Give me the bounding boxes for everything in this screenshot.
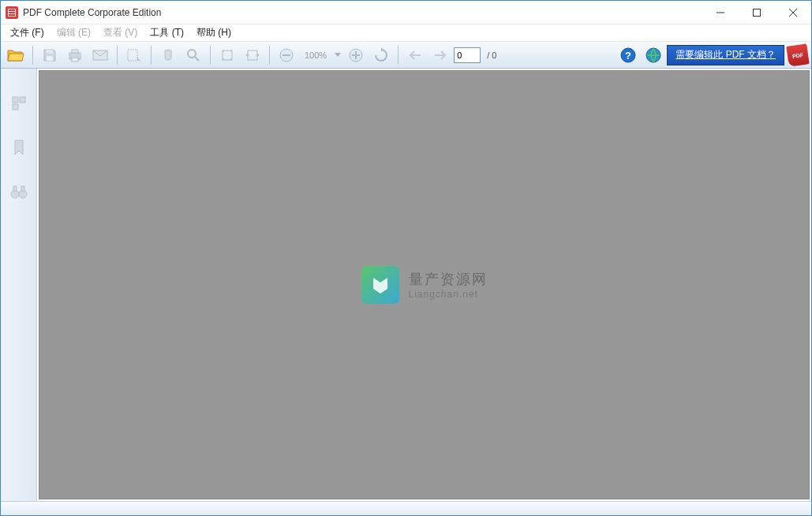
close-button[interactable] <box>775 1 811 24</box>
titlebar: PDF Complete Corporate Edition <box>1 1 811 24</box>
arrow-right-icon <box>433 50 447 61</box>
svg-text:?: ? <box>625 50 631 62</box>
save-icon <box>43 48 57 62</box>
binoculars-icon <box>10 184 28 200</box>
watermark: 量产资源网 Liangchan.net <box>361 266 488 304</box>
thumbnails-icon <box>11 95 27 111</box>
globe-icon <box>645 47 661 63</box>
select-tool-button <box>122 44 146 66</box>
separator <box>210 46 211 65</box>
fit-page-icon <box>220 48 234 62</box>
open-button[interactable] <box>4 44 28 66</box>
zoom-out-button <box>275 44 298 66</box>
svg-rect-11 <box>72 50 78 53</box>
minimize-button[interactable] <box>702 1 739 24</box>
magnify-icon <box>186 48 200 62</box>
window-title: PDF Complete Corporate Edition <box>23 7 702 18</box>
svg-rect-33 <box>21 186 24 191</box>
separator <box>151 46 152 65</box>
document-viewport[interactable]: 量产资源网 Liangchan.net <box>39 70 810 499</box>
toolbar: 100% / 0 ? 需要编辑此 PDF 文档？ PDF <box>1 42 811 69</box>
separator <box>117 46 118 65</box>
svg-rect-29 <box>13 104 18 110</box>
zoom-in-button <box>344 44 368 66</box>
next-page-button <box>428 44 452 66</box>
svg-rect-12 <box>72 58 78 62</box>
web-button[interactable] <box>642 44 665 66</box>
print-icon <box>67 48 83 62</box>
svg-rect-32 <box>13 186 17 191</box>
svg-rect-14 <box>128 50 137 61</box>
fit-width-button <box>241 44 264 66</box>
rotate-icon <box>373 47 389 63</box>
svg-rect-28 <box>20 97 25 103</box>
menu-help[interactable]: 帮助 (H) <box>190 24 238 41</box>
zoom-out-icon <box>279 47 294 63</box>
svg-rect-2 <box>9 12 15 13</box>
print-button <box>63 44 87 66</box>
page-number-input[interactable] <box>454 47 481 63</box>
svg-rect-1 <box>9 9 15 11</box>
save-button <box>38 44 62 66</box>
svg-point-15 <box>188 50 196 58</box>
help-button[interactable]: ? <box>616 44 640 66</box>
zoom-dropdown-arrow <box>333 53 342 58</box>
watermark-logo-icon <box>361 266 399 304</box>
envelope-icon <box>92 50 108 61</box>
prev-page-button <box>403 44 427 66</box>
maximize-button[interactable] <box>739 1 775 24</box>
folder-open-icon <box>7 48 24 62</box>
search-panel-button[interactable] <box>8 181 30 203</box>
watermark-title: 量产资源网 <box>409 270 488 289</box>
zoom-in-icon <box>348 47 364 63</box>
separator <box>269 46 270 65</box>
menubar: 文件 (F) 编辑 (E) 查看 (V) 工具 (T) 帮助 (H) <box>1 24 811 42</box>
rotate-button <box>369 44 393 66</box>
main-area: 量产资源网 Liangchan.net <box>1 69 811 501</box>
hand-tool-button <box>156 44 180 66</box>
svg-rect-9 <box>47 56 53 61</box>
page-total-text: / 0 <box>482 50 501 60</box>
zoom-tool-button <box>181 44 205 66</box>
svg-rect-5 <box>754 9 761 16</box>
svg-rect-3 <box>9 14 15 16</box>
svg-rect-27 <box>13 97 18 103</box>
chevron-down-icon <box>335 53 341 58</box>
text-select-icon <box>126 48 142 62</box>
help-icon: ? <box>620 47 636 63</box>
fit-width-icon <box>245 49 260 62</box>
edit-banner-link[interactable]: 需要编辑此 PDF 文档？ <box>667 45 784 65</box>
menu-file[interactable]: 文件 (F) <box>4 24 51 41</box>
svg-rect-8 <box>47 50 53 54</box>
thumbnails-panel-button[interactable] <box>8 92 30 114</box>
statusbar <box>1 501 811 515</box>
menu-tools[interactable]: 工具 (T) <box>144 24 190 41</box>
app-icon <box>6 6 18 19</box>
arrow-left-icon <box>408 50 422 61</box>
bookmarks-panel-button[interactable] <box>8 136 30 159</box>
svg-line-16 <box>195 57 199 61</box>
menu-edit: 编辑 (E) <box>51 24 97 41</box>
sidebar <box>1 69 37 501</box>
zoom-level-text: 100% <box>300 50 331 60</box>
watermark-subtitle: Liangchan.net <box>409 289 488 300</box>
hand-icon <box>161 48 175 62</box>
fit-page-button <box>215 44 239 66</box>
bookmark-icon <box>13 139 25 156</box>
pdf-badge-icon[interactable]: PDF <box>786 43 809 66</box>
separator <box>32 46 33 65</box>
window-controls <box>702 1 811 24</box>
email-button <box>88 44 112 66</box>
separator <box>398 46 399 65</box>
menu-view: 查看 (V) <box>97 24 144 41</box>
